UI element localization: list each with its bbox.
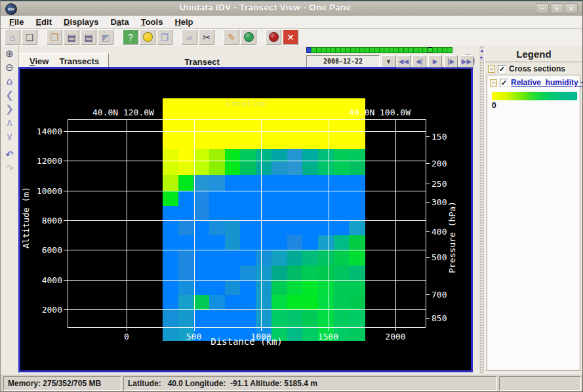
- time-step-bar[interactable]: [306, 47, 472, 54]
- time-dropdown-button[interactable]: ▼: [381, 55, 396, 68]
- heatmap-cell: [287, 309, 303, 327]
- heatmap-cell: [334, 281, 350, 295]
- step-forward-button[interactable]: |▶: [444, 55, 458, 68]
- reset-view-button[interactable]: ⌂: [3, 75, 16, 88]
- heatmap-cell: [318, 191, 334, 206]
- heatmap-cell: [193, 175, 209, 191]
- heatmap-cell: [271, 250, 287, 265]
- heatmap-cell: [240, 191, 256, 206]
- title-bar[interactable]: IDV Unidata IDV - Transect View - One Pa…: [1, 1, 582, 16]
- heatmap-cell: [163, 250, 178, 265]
- heatmap-cell: [163, 149, 178, 162]
- field-selector-button[interactable]: [140, 29, 155, 45]
- heatmap-cell: [287, 149, 303, 162]
- heatmap-cell: [193, 191, 209, 206]
- maximize-button[interactable]: +: [550, 3, 563, 14]
- heatmap-cell: [178, 206, 194, 221]
- time-field[interactable]: 2008-12-22 12:00:00Z: [306, 55, 380, 68]
- data-chooser-button[interactable]: ?: [123, 29, 138, 45]
- minimize-button[interactable]: −: [536, 3, 549, 14]
- menu-edit[interactable]: Edit: [30, 16, 58, 28]
- heatmap-cell: [271, 206, 287, 221]
- heatmap-cell: [287, 250, 303, 265]
- heatmap-cell: [287, 162, 303, 175]
- stop-icon: [269, 32, 279, 42]
- heatmap-cell: [349, 149, 365, 162]
- zoom-in-button[interactable]: ⊕: [3, 47, 16, 60]
- open-button[interactable]: ❒: [47, 29, 62, 45]
- projections-button[interactable]: [241, 29, 256, 45]
- new-bundle-button[interactable]: ❏: [22, 29, 37, 45]
- heatmap-cell: [209, 281, 225, 295]
- relative-humidity-checkbox[interactable]: ✓: [500, 79, 508, 87]
- heatmap-cell: [287, 221, 303, 235]
- go-to-end-button[interactable]: ▶▶: [460, 55, 473, 68]
- redo-button[interactable]: ↷: [3, 162, 16, 175]
- cut-button[interactable]: ✂: [199, 29, 214, 45]
- heatmap-cell: [287, 206, 303, 221]
- tick-label: 0: [100, 332, 153, 342]
- save-button[interactable]: ▤: [64, 29, 79, 45]
- heatmap-cell: [349, 250, 365, 265]
- heatmap-cell: [302, 162, 318, 175]
- heatmap-cell: [349, 191, 365, 206]
- pan-up-button[interactable]: ∧: [3, 116, 16, 129]
- gridline: [68, 131, 426, 132]
- pan-right-button[interactable]: ❯: [3, 102, 16, 115]
- left-axis-label: Altitude (m): [21, 187, 31, 248]
- remove-displays-button[interactable]: ▰: [182, 29, 197, 45]
- position-status: Latitude: 40.0 Longitude: -91.1 Altitude…: [123, 376, 497, 391]
- stop-loads-button[interactable]: [266, 29, 281, 45]
- close-button[interactable]: ×: [565, 3, 578, 14]
- home-button[interactable]: ⌂: [5, 29, 20, 45]
- splitter[interactable]: [479, 46, 484, 374]
- heatmap-cell: [349, 206, 365, 221]
- pan-down-button[interactable]: ∨: [3, 130, 16, 143]
- heatmap-cell: [193, 281, 209, 295]
- heatmap-cell: [225, 206, 241, 221]
- gridline: [68, 280, 426, 281]
- step-back-button[interactable]: ◀|: [412, 55, 426, 68]
- cross-sections-checkbox[interactable]: ✓: [498, 65, 506, 73]
- pan-left-button[interactable]: ❮: [3, 88, 16, 102]
- go-to-start-button[interactable]: ◀◀: [397, 55, 411, 68]
- heatmap-cell: [225, 175, 241, 191]
- heatmap-cell: [193, 235, 209, 250]
- menu-data[interactable]: Data: [104, 16, 134, 28]
- play-button[interactable]: ▶: [428, 55, 442, 68]
- drawing-button[interactable]: ✎: [224, 29, 239, 45]
- zoom-out-button[interactable]: ⊖: [3, 61, 16, 74]
- export-view-button[interactable]: ❐: [157, 29, 172, 45]
- menu-file[interactable]: File: [3, 16, 30, 28]
- heatmap-cell: [302, 265, 318, 281]
- exit-button[interactable]: ✕: [283, 29, 298, 45]
- heatmap-cell: [349, 235, 365, 250]
- heatmap-cell: [256, 206, 271, 221]
- tick-label: 2000: [24, 305, 62, 315]
- heatmap-cell: [163, 162, 178, 175]
- color-scale-min-label: 0: [492, 101, 496, 110]
- heatmap-cell: [287, 191, 303, 206]
- right-axis-label: Pressure (hPa): [447, 201, 457, 273]
- view-menu-transects[interactable]: Transects: [54, 56, 104, 67]
- plot-frame: [68, 119, 426, 120]
- view-title: Transect: [156, 57, 248, 67]
- heatmap-cell: [271, 265, 287, 281]
- view-menu-view[interactable]: View: [24, 56, 54, 67]
- tick-label: 500: [432, 252, 447, 262]
- collapse-box-icon[interactable]: −: [488, 66, 495, 73]
- menu-displays[interactable]: Displays: [58, 16, 104, 28]
- undo-button[interactable]: ↶: [3, 148, 16, 161]
- save-as-button[interactable]: ▤: [81, 29, 96, 45]
- collapse-box-icon[interactable]: −: [490, 79, 497, 87]
- menu-help[interactable]: Help: [169, 16, 199, 28]
- heatmap-cell: [271, 191, 287, 206]
- time-step[interactable]: [447, 47, 452, 53]
- menu-tools[interactable]: Tools: [135, 16, 169, 28]
- heatmap-cell: [318, 265, 334, 281]
- plot-frame: [426, 119, 426, 327]
- heatmap-cell: [318, 98, 334, 149]
- heatmap-cell: [193, 250, 209, 265]
- relative-humidity-link[interactable]: Relative_humidity -_: [511, 78, 583, 87]
- favorites-button[interactable]: ◩: [98, 29, 113, 45]
